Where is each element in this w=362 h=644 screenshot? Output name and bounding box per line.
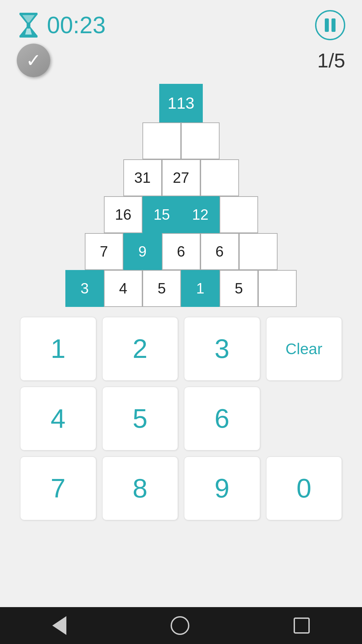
cell-r4-c1[interactable]: 16 bbox=[104, 196, 142, 233]
numpad: 1 2 3 Clear 4 5 6 7 8 9 0 bbox=[0, 310, 362, 527]
cell-r6-c4[interactable]: 1 bbox=[181, 270, 220, 307]
num-3-button[interactable]: 3 bbox=[184, 317, 260, 381]
cell-r4-c2[interactable]: 15 bbox=[142, 196, 181, 233]
cell-r5-c1[interactable]: 7 bbox=[85, 233, 123, 270]
cell-r3-c2[interactable]: 27 bbox=[162, 159, 200, 196]
num-8-button[interactable]: 8 bbox=[102, 457, 178, 520]
cell-r6-c2[interactable]: 4 bbox=[104, 270, 142, 307]
num-0-button[interactable]: 0 bbox=[266, 457, 342, 520]
num-9-button[interactable]: 9 bbox=[184, 457, 260, 520]
back-icon bbox=[52, 616, 66, 635]
num-4-button[interactable]: 4 bbox=[20, 387, 96, 450]
pyramid-row-5: 7 9 6 6 bbox=[85, 233, 278, 270]
cell-r6-c3[interactable]: 5 bbox=[142, 270, 181, 307]
header: 00:23 bbox=[0, 0, 362, 44]
num-2-button[interactable]: 2 bbox=[102, 317, 178, 381]
cell-r5-c3[interactable]: 6 bbox=[162, 233, 200, 270]
num-7-button[interactable]: 7 bbox=[20, 457, 96, 520]
pyramid-row-4: 16 15 12 bbox=[104, 196, 258, 233]
home-icon bbox=[171, 616, 189, 635]
timer-display: 00:23 bbox=[47, 12, 106, 39]
back-button[interactable] bbox=[52, 616, 66, 635]
check-button[interactable]: ✓ bbox=[17, 44, 50, 77]
svg-rect-4 bbox=[19, 35, 38, 38]
home-button[interactable] bbox=[171, 616, 189, 635]
cell-r5-c5[interactable] bbox=[239, 233, 278, 270]
clear-button[interactable]: Clear bbox=[266, 317, 342, 381]
recents-button[interactable] bbox=[294, 618, 310, 634]
bottom-spacer bbox=[0, 527, 362, 607]
cell-r2-c1[interactable] bbox=[142, 122, 181, 159]
cell-r6-c6[interactable] bbox=[258, 270, 297, 307]
cell-r5-c4[interactable]: 6 bbox=[200, 233, 239, 270]
pyramid-row-6: 3 4 5 1 5 bbox=[65, 270, 297, 307]
cell-r4-c4[interactable] bbox=[220, 196, 258, 233]
pyramid-row-3: 31 27 bbox=[123, 159, 239, 196]
level-row: ✓ 1/5 bbox=[0, 44, 362, 77]
num-1-button[interactable]: 1 bbox=[20, 317, 96, 381]
cell-r6-c1[interactable]: 3 bbox=[65, 270, 104, 307]
pyramid-row-2 bbox=[142, 122, 220, 159]
num-5-button[interactable]: 5 bbox=[102, 387, 178, 450]
cell-r5-c2[interactable]: 9 bbox=[123, 233, 162, 270]
timer-section: 00:23 bbox=[17, 12, 106, 39]
num-6-button[interactable]: 6 bbox=[184, 387, 260, 450]
check-icon: ✓ bbox=[26, 51, 41, 70]
cell-r1-c1[interactable]: 113 bbox=[159, 84, 203, 122]
recents-icon bbox=[294, 618, 310, 634]
pause-icon bbox=[325, 18, 336, 32]
level-indicator: 1/5 bbox=[317, 49, 345, 72]
pyramid-row-1: 113 bbox=[159, 84, 203, 122]
cell-r4-c3[interactable]: 12 bbox=[181, 196, 220, 233]
cell-r3-c3[interactable] bbox=[200, 159, 239, 196]
cell-r2-c2[interactable] bbox=[181, 122, 220, 159]
cell-r6-c5[interactable]: 5 bbox=[220, 270, 258, 307]
cell-r3-c1[interactable]: 31 bbox=[123, 159, 162, 196]
pause-button[interactable] bbox=[315, 10, 345, 40]
hourglass-icon bbox=[17, 12, 40, 39]
svg-rect-3 bbox=[19, 13, 38, 15]
pyramid-container: 113 31 27 16 15 12 7 9 6 6 3 4 5 1 5 bbox=[0, 80, 362, 310]
bottom-nav-bar bbox=[0, 607, 362, 644]
